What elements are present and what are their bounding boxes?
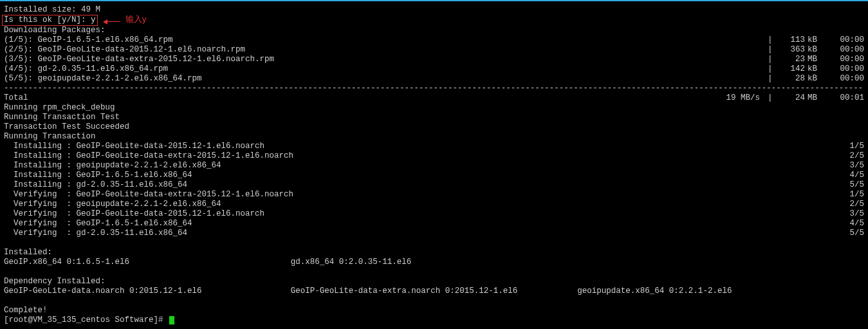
transaction-action: Installing : GeoIP-GeoLite-data-2015.12-… [4,142,264,151]
cursor-icon [169,316,174,324]
status-line: Running Transaction Test [4,113,864,122]
dependency-col: GeoIP-GeoLite-data-extra.noarch 0:2015.1… [291,287,578,296]
downloading-header: Downloading Packages: [4,26,864,35]
transaction-action: Installing : geoipupdate-2.2.1-2.el6.x86… [4,161,221,171]
download-list: (1/5): GeoIP-1.6.5-1.el6.x86_64.rpm|113k… [4,35,864,84]
download-unit: MB [805,55,826,64]
transaction-progress: 1/5 [842,190,864,200]
dependency-col: GeoIP-GeoLite-data.noarch 0:2015.12-1.el… [4,287,291,296]
transaction-row: Verifying : GeoIP-GeoLite-data-2015.12-1… [4,209,864,219]
transaction-action: Verifying : GeoIP-GeoLite-data-2015.12-1… [4,209,264,219]
download-unit: kB [805,64,826,74]
installed-header: Installed: [4,248,864,258]
download-row: (5/5): geoipupdate-2.2.1-2.el6.x86_64.rp… [4,74,864,84]
transaction-progress: 3/5 [842,161,864,171]
download-time: 00:00 [826,45,864,55]
download-size: 23 [770,55,805,64]
dependency-header: Dependency Installed: [4,277,864,287]
terminal-window[interactable]: Installed size: 49 M Is this ok [y/N]: y… [0,0,868,329]
transaction-action: Installing : GeoIP-1.6.5-1.el6.x86_64 [4,171,192,180]
transaction-progress: 2/5 [842,200,864,209]
transaction-action: Installing : GeoIP-GeoLite-data-extra-20… [4,151,293,161]
transaction-progress: 3/5 [842,209,864,219]
download-row: (2/5): GeoIP-GeoLite-data-2015.12-1.el6.… [4,45,864,55]
download-size: 28 [770,74,805,84]
download-size: 113 [770,35,805,45]
transaction-list: Installing : GeoIP-GeoLite-data-2015.12-… [4,142,864,238]
installed-col: GeoIP.x86_64 0:1.6.5-1.el6 [4,258,291,267]
download-time: 00:00 [826,55,864,64]
download-filename: (1/5): GeoIP-1.6.5-1.el6.x86_64.rpm [4,35,173,45]
download-row: (4/5): gd-2.0.35-11.el6.x86_64.rpm|142kB… [4,64,864,74]
download-unit: kB [805,45,826,55]
transaction-action: Verifying : gd-2.0.35-11.el6.x86_64 [4,229,187,238]
total-row: Total 19 MB/s | 24 MB 00:01 [4,93,864,103]
transaction-row: Installing : GeoIP-GeoLite-data-extra-20… [4,151,864,161]
blank-line [4,238,864,248]
blank-line [4,267,864,277]
transaction-progress: 4/5 [842,171,864,180]
dependency-col: geoipupdate.x86_64 0:2.2.1-2.el6 [577,287,864,296]
transaction-action: Verifying : geoipupdate-2.2.1-2.el6.x86_… [4,200,221,209]
transaction-action: Verifying : GeoIP-1.6.5-1.el6.x86_64 [4,219,192,229]
shell-prompt-line[interactable]: [root@VM_35_135_centos Software]# [4,315,864,325]
transaction-action: Verifying : GeoIP-GeoLite-data-extra-201… [4,190,293,200]
transaction-row: Installing : gd-2.0.35-11.el6.x86_645/5 [4,180,864,190]
installed-row: GeoIP.x86_64 0:1.6.5-1.el6 gd.x86_64 0:2… [4,258,864,267]
transaction-action: Installing : gd-2.0.35-11.el6.x86_64 [4,180,187,190]
transaction-progress: 5/5 [842,180,864,190]
download-size: 142 [770,64,805,74]
complete-line: Complete! [4,306,864,315]
total-label: Total [4,93,28,103]
status-line: Running rpm_check_debug [4,103,864,113]
transaction-row: Installing : GeoIP-1.6.5-1.el6.x86_644/5 [4,171,864,180]
transaction-progress: 1/5 [842,142,864,151]
total-size: 24 [770,93,805,103]
download-unit: kB [805,74,826,84]
status-line: Running Transaction [4,132,864,142]
installed-size-line: Installed size: 49 M [4,5,864,15]
status-line: Transaction Test Succeeded [4,122,864,132]
transaction-row: Verifying : GeoIP-1.6.5-1.el6.x86_644/5 [4,219,864,229]
total-unit: MB [805,93,826,103]
annotation-arrow-icon [104,21,120,22]
confirm-prompt-boxed: Is this ok [y/N]: y [2,15,98,26]
total-rate: 19 MB/s [715,93,760,103]
download-size: 363 [770,45,805,55]
download-filename: (2/5): GeoIP-GeoLite-data-2015.12-1.el6.… [4,45,245,55]
blank-line [4,296,864,306]
shell-prompt-text: [root@VM_35_135_centos Software]# [4,315,168,324]
download-filename: (5/5): geoipupdate-2.2.1-2.el6.x86_64.rp… [4,74,202,84]
installed-col [577,258,864,267]
installed-col: gd.x86_64 0:2.0.35-11.el6 [291,258,578,267]
confirm-prompt-row: Is this ok [y/N]: y 输入y [4,15,864,26]
dependency-row: GeoIP-GeoLite-data.noarch 0:2015.12-1.el… [4,287,864,296]
transaction-row: Verifying : gd-2.0.35-11.el6.x86_645/5 [4,229,864,238]
transaction-row: Installing : geoipupdate-2.2.1-2.el6.x86… [4,161,864,171]
download-filename: (4/5): gd-2.0.35-11.el6.x86_64.rpm [4,64,168,74]
transaction-row: Verifying : GeoIP-GeoLite-data-extra-201… [4,190,864,200]
download-row: (1/5): GeoIP-1.6.5-1.el6.x86_64.rpm|113k… [4,35,864,45]
download-time: 00:00 [826,35,864,45]
download-time: 00:00 [826,74,864,84]
post-lines: Running rpm_check_debugRunning Transacti… [4,103,864,142]
separator-line: ----------------------------------------… [4,84,864,93]
annotation-text: 输入y [125,15,147,24]
download-filename: (3/5): GeoIP-GeoLite-data-extra-2015.12-… [4,55,274,64]
download-unit: kB [805,35,826,45]
download-time: 00:00 [826,64,864,74]
transaction-progress: 5/5 [842,229,864,238]
total-time: 00:01 [826,93,864,103]
download-row: (3/5): GeoIP-GeoLite-data-extra-2015.12-… [4,55,864,64]
transaction-row: Verifying : geoipupdate-2.2.1-2.el6.x86_… [4,200,864,209]
transaction-progress: 4/5 [842,219,864,229]
transaction-row: Installing : GeoIP-GeoLite-data-2015.12-… [4,142,864,151]
transaction-progress: 2/5 [842,151,864,161]
